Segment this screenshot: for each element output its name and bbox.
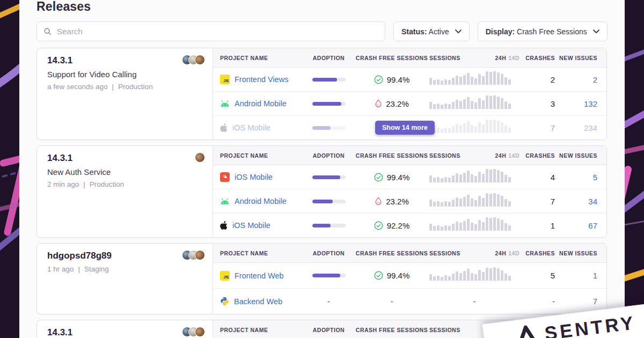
- header-new-issues: NEW ISSUES: [555, 250, 606, 256]
- header-crash-free-sessions: CRASH FREE SESSIONS: [354, 55, 429, 61]
- table-header: PROJECT NAME ADOPTION CRASH FREE SESSION…: [213, 244, 606, 263]
- project-link[interactable]: Backend Web: [234, 297, 282, 306]
- sentry-wordmark: SENTRY: [543, 311, 636, 338]
- release-time: a few seconds ago: [47, 83, 108, 91]
- android-icon: [220, 198, 230, 205]
- header-sessions-label: SESSIONS: [429, 55, 460, 61]
- avatar: [195, 152, 205, 163]
- project-link[interactable]: iOS Mobile: [232, 221, 270, 230]
- new-issues-link[interactable]: 7: [593, 297, 597, 306]
- new-issues-link[interactable]: 132: [584, 99, 597, 108]
- header-adoption: ADOPTION: [303, 327, 354, 333]
- python-icon: [220, 297, 229, 306]
- apple-icon: [220, 123, 228, 133]
- header-sessions-label: SESSIONS: [429, 327, 460, 333]
- project-link[interactable]: Android Mobile: [235, 99, 287, 108]
- release-version: 14.3.1: [47, 153, 205, 164]
- project-link[interactable]: Frontend Views: [235, 75, 288, 84]
- header-sessions: SESSIONS 24H14D: [429, 55, 519, 61]
- header-project-name: PROJECT NAME: [213, 327, 303, 333]
- table-row: iOS Mobile 99.4% 4 5: [213, 165, 606, 189]
- range-24h[interactable]: 24H: [495, 250, 506, 256]
- display-dropdown-value: Crash Free Sessions: [517, 27, 587, 36]
- release-time: 1 hr ago: [47, 265, 74, 273]
- fire-icon: [375, 197, 382, 206]
- sessions-sparkline: [429, 168, 511, 182]
- check-circle-icon: [374, 271, 383, 280]
- release-description: New Auth Service: [47, 167, 205, 177]
- search-icon: [43, 27, 52, 35]
- meta-separator: |: [83, 180, 85, 188]
- header-sessions: SESSIONS 24H14D: [429, 152, 519, 159]
- new-issues-link[interactable]: 2: [593, 75, 597, 84]
- avatar-group: [182, 250, 205, 260]
- new-issues-link[interactable]: 34: [588, 197, 597, 206]
- new-issues-link[interactable]: 67: [588, 221, 597, 230]
- header-crashes: CRASHES: [519, 55, 555, 61]
- project-link[interactable]: Frontend Web: [235, 271, 284, 280]
- range-14d[interactable]: 14D: [508, 250, 519, 256]
- table-row: Backend Web - - - - 7: [213, 288, 606, 314]
- check-circle-icon: [374, 173, 383, 182]
- crashes-value: 7: [551, 197, 555, 206]
- range-24h[interactable]: 24H: [495, 55, 506, 61]
- project-link[interactable]: iOS Mobile: [235, 173, 273, 181]
- crash-free-empty: -: [391, 297, 393, 306]
- swift-icon: [220, 172, 230, 182]
- table-row: iOS Mobile 92.2% 1 67: [213, 213, 606, 237]
- table-header: PROJECT NAME ADOPTION CRASH FREE SESSION…: [213, 146, 606, 165]
- crash-free-value: 99.4%: [387, 271, 410, 280]
- status-dropdown-value: Active: [429, 27, 449, 36]
- new-issues-link[interactable]: 5: [593, 173, 597, 182]
- avatar: [195, 327, 205, 337]
- release-meta: 2 min ago | Production: [47, 180, 205, 188]
- sentry-logo-mark: [514, 323, 539, 338]
- project-link[interactable]: Android Mobile: [235, 197, 287, 205]
- avatar-group: [195, 152, 205, 163]
- range-24h[interactable]: 24H: [495, 152, 506, 159]
- display-dropdown[interactable]: Display: Crash Free Sessions: [478, 21, 608, 41]
- new-issues-link[interactable]: 1: [593, 271, 597, 280]
- header-crashes: CRASHES: [519, 152, 555, 159]
- table-row-collapsed: iOS Mobile 1 7 234 Show 14 more: [213, 115, 606, 139]
- project-table: PROJECT NAME ADOPTION CRASH FREE SESSION…: [213, 244, 606, 314]
- sessions-sparkline: [429, 119, 511, 133]
- fire-icon: [375, 99, 382, 108]
- javascript-icon: JS: [220, 75, 230, 84]
- header-sessions-label: SESSIONS: [429, 250, 460, 256]
- header-sessions: SESSIONS 24H14D: [429, 250, 519, 256]
- release-card: hdgopsd78g89 1 hr ago | Staging PROJECT …: [36, 243, 607, 314]
- release-info: 14.3.1: [37, 320, 213, 338]
- crash-free-value: 99.4%: [387, 173, 410, 182]
- header-range-toggle[interactable]: 24H14D: [495, 152, 519, 159]
- release-version: hdgopsd78g89: [47, 251, 205, 261]
- header-range-toggle[interactable]: 24H14D: [495, 250, 519, 256]
- release-description: Support for Video Calling: [47, 70, 205, 79]
- release-version: 14.3.1: [47, 327, 205, 338]
- new-issues-link[interactable]: 234: [584, 123, 597, 133]
- release-info: hdgopsd78g89 1 hr ago | Staging: [37, 244, 213, 314]
- project-table: PROJECT NAME ADOPTION CRASH FREE SESSION…: [213, 146, 606, 237]
- table-row: Android Mobile 23.2% 3 132: [213, 91, 606, 115]
- range-14d[interactable]: 14D: [508, 152, 519, 159]
- chevron-down-icon: [455, 30, 462, 33]
- project-link[interactable]: iOS Mobile: [232, 123, 270, 132]
- adoption-bar: [312, 175, 346, 179]
- javascript-icon: JS: [220, 271, 230, 281]
- release-meta: 1 hr ago | Staging: [47, 265, 205, 273]
- crash-free-value: 99.4%: [387, 75, 410, 84]
- crash-free-value: 23.2%: [386, 197, 409, 206]
- status-dropdown[interactable]: Status: Active: [393, 21, 470, 41]
- show-more-button[interactable]: Show 14 more: [375, 121, 435, 135]
- range-14d[interactable]: 14D: [508, 55, 519, 61]
- check-circle-icon: [374, 75, 383, 84]
- header-range-toggle[interactable]: 24H14D: [495, 55, 519, 61]
- crashes-value: 2: [551, 75, 555, 84]
- avatar: [195, 55, 205, 65]
- sessions-sparkline: [429, 94, 511, 109]
- table-row: Android Mobile 23.2% 7 34: [213, 189, 606, 213]
- release-environment: Production: [90, 180, 125, 188]
- adoption-bar: [312, 102, 346, 106]
- search-input[interactable]: [36, 21, 385, 41]
- header-crashes: CRASHES: [519, 250, 555, 256]
